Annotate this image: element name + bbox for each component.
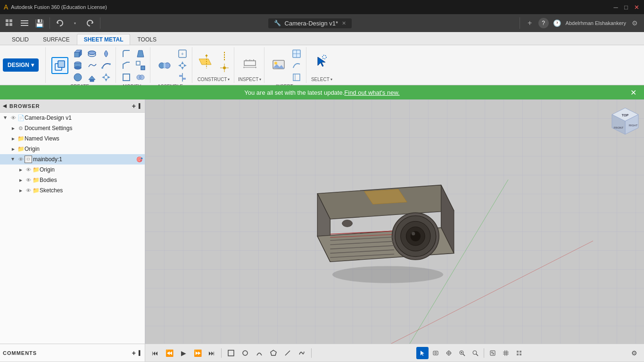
timeline-skip-end[interactable]: ⏭: [206, 347, 218, 359]
eye-origin2[interactable]: 👁: [25, 166, 32, 173]
tab-sheet-metal[interactable]: SHEET METAL: [77, 34, 131, 45]
sketch-circle-icon[interactable]: [239, 347, 251, 359]
eye-root[interactable]: 👁: [9, 114, 17, 122]
tab-surface[interactable]: SURFACE: [36, 34, 77, 45]
timeline-skip-start[interactable]: ⏮: [149, 347, 161, 359]
minimize-button[interactable]: ─: [612, 3, 619, 11]
assemble-align-button[interactable]: [176, 72, 189, 83]
create-sweep-button[interactable]: [99, 60, 113, 71]
modify-scale-button[interactable]: [134, 60, 147, 71]
redo-button[interactable]: [83, 16, 97, 30]
inspect-measure-button[interactable]: [239, 49, 260, 75]
browser-item-bodies[interactable]: ▶ 👁 📁 Bodies: [0, 175, 145, 185]
tab-close-icon[interactable]: ✕: [342, 20, 346, 26]
view-cube[interactable]: TOP RIGHT FRONT: [606, 104, 639, 137]
modify-fillet-button[interactable]: [120, 48, 133, 59]
modify-draft-button[interactable]: [134, 48, 147, 59]
browser-expand-icon[interactable]: ▌: [139, 103, 142, 108]
select-button[interactable]: [311, 49, 332, 75]
timeline-prev[interactable]: ⏪: [163, 347, 175, 359]
viewport[interactable]: TOP RIGHT FRONT: [145, 99, 644, 344]
undo-button[interactable]: [53, 16, 66, 30]
capture-image-button[interactable]: [429, 347, 442, 359]
insert-dxf-button[interactable]: [290, 72, 303, 83]
eye-mainbody[interactable]: 👁: [17, 156, 25, 163]
close-button[interactable]: ✕: [633, 3, 640, 11]
clock-icon[interactable]: 🕐: [551, 16, 564, 30]
tab-tools[interactable]: TOOLS: [130, 34, 163, 45]
modify-chamfer-button[interactable]: [120, 60, 133, 71]
tree-arrow-origin[interactable]: ▶: [9, 145, 17, 153]
notification-close-button[interactable]: ✕: [630, 88, 636, 97]
add-tab-button[interactable]: +: [523, 16, 537, 30]
grid-menu-button[interactable]: [3, 16, 16, 30]
create-main-button[interactable]: [50, 53, 70, 78]
create-box-button[interactable]: [71, 48, 84, 59]
tree-arrow-bodies[interactable]: ▶: [17, 176, 25, 184]
pan-button[interactable]: [443, 347, 455, 359]
insert-svg-button[interactable]: [290, 60, 303, 71]
modify-shell-button[interactable]: [120, 72, 133, 83]
grid-toggle-button[interactable]: [500, 347, 512, 359]
insert-canvas-button[interactable]: [290, 48, 303, 59]
undo-dropdown[interactable]: ▾: [68, 16, 82, 30]
magnify-button[interactable]: [469, 347, 481, 359]
construct-group-label[interactable]: CONSTRUCT ▾: [198, 77, 230, 82]
browser-item-origin2[interactable]: ▶ 👁 📁 Origin: [0, 165, 145, 175]
create-torus-button[interactable]: [85, 48, 99, 59]
browser-item-doc-settings[interactable]: ▶ ⚙ Document Settings: [0, 123, 145, 133]
settings-gear-button[interactable]: ⚙: [628, 347, 640, 359]
comments-expand-icon[interactable]: ▌: [139, 350, 142, 355]
tree-arrow-sketches[interactable]: ▶: [17, 187, 25, 194]
timeline-next[interactable]: ⏩: [191, 347, 204, 359]
timeline-play[interactable]: ▶: [177, 347, 190, 359]
tree-arrow-mainbody[interactable]: ▶: [9, 156, 17, 163]
create-extrude-button[interactable]: [85, 72, 99, 83]
construct-axis-button[interactable]: [218, 50, 231, 62]
user-settings-button[interactable]: ⚙: [628, 16, 641, 30]
zoom-button[interactable]: [456, 347, 468, 359]
design-mode-button[interactable]: DESIGN ▾: [3, 58, 39, 72]
insert-image-button[interactable]: [268, 53, 289, 78]
assemble-joint-button[interactable]: [154, 53, 175, 78]
modify-combine-button[interactable]: [134, 72, 147, 83]
create-move-button[interactable]: [99, 72, 113, 83]
construct-point-button[interactable]: [218, 62, 231, 74]
comments-add-button[interactable]: +: [132, 349, 136, 357]
browser-collapse-icon[interactable]: ◀: [3, 103, 7, 108]
tab-solid[interactable]: SOLID: [5, 34, 36, 45]
eye-bodies[interactable]: 👁: [25, 176, 32, 184]
help-button[interactable]: ?: [538, 18, 549, 28]
app-menu-button[interactable]: [18, 16, 31, 30]
assemble-move-button[interactable]: [176, 60, 189, 71]
tree-arrow-doc-settings[interactable]: ▶: [9, 124, 17, 132]
select-group-label[interactable]: SELECT ▾: [311, 77, 332, 82]
create-cylinder-button[interactable]: [71, 60, 84, 71]
assemble-new-component-button[interactable]: +: [176, 48, 189, 59]
browser-item-mainbody[interactable]: ▶ 👁 □ mainbody:1 🎯: [0, 154, 145, 165]
mainbody-target-icon[interactable]: 🎯: [136, 156, 143, 163]
notification-link[interactable]: Find out what's new.: [344, 89, 399, 96]
browser-item-sketches[interactable]: ▶ 👁 📁 Sketches: [0, 185, 145, 196]
tree-arrow-origin2[interactable]: ▶: [17, 166, 25, 173]
create-sphere-button[interactable]: [71, 72, 84, 83]
inspect-group-label[interactable]: INSPECT ▾: [238, 77, 261, 82]
save-button[interactable]: 💾: [33, 16, 46, 30]
user-name[interactable]: Abdelrhman Elshakankery: [566, 20, 626, 26]
browser-item-origin[interactable]: ▶ 📁 Origin: [0, 144, 145, 154]
sketch-polygon-icon[interactable]: [267, 347, 280, 359]
browser-add-button[interactable]: +: [132, 102, 136, 110]
construct-plane-button[interactable]: [196, 49, 217, 75]
sketch-line-icon[interactable]: [281, 347, 294, 359]
eye-sketches[interactable]: 👁: [25, 187, 32, 194]
display-mode-button[interactable]: [487, 347, 499, 359]
sketch-rect-icon[interactable]: [225, 347, 237, 359]
sketch-arc-icon[interactable]: [253, 347, 265, 359]
tree-arrow-root[interactable]: ▶: [2, 114, 9, 122]
maximize-button[interactable]: □: [622, 3, 630, 11]
browser-item-root[interactable]: ▶ 👁 📄 Camera-Design v1: [0, 113, 145, 123]
select-cursor-button[interactable]: [416, 347, 429, 359]
layout-button[interactable]: [513, 347, 525, 359]
browser-item-named-views[interactable]: ▶ 📁 Named Views: [0, 133, 145, 144]
create-coil-button[interactable]: [85, 60, 99, 71]
